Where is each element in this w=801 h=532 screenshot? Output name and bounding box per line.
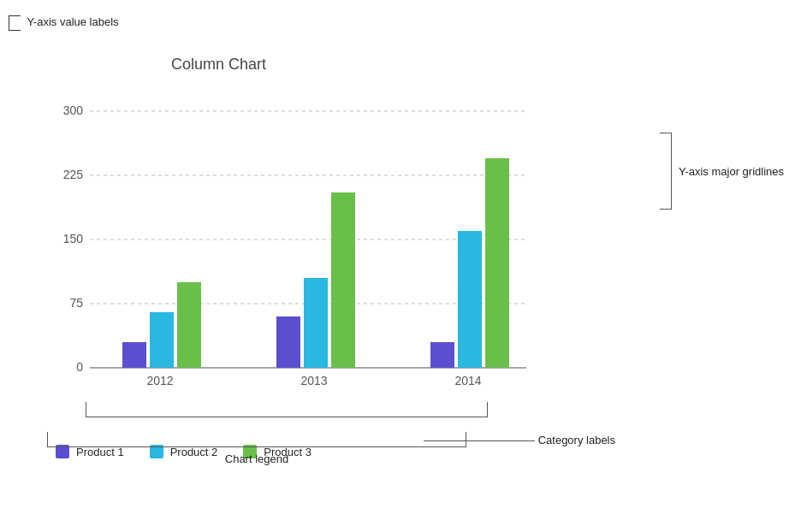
bar-2012-product2	[150, 312, 174, 368]
svg-text:300: 300	[63, 103, 84, 117]
y-axis-gridlines-bracket: Y-axis major gridlines	[660, 133, 784, 210]
svg-text:0: 0	[76, 360, 83, 374]
svg-text:2013: 2013	[300, 374, 327, 387]
bar-2014-product1	[430, 342, 454, 368]
bar-2014-product3	[485, 158, 509, 368]
y-axis-annotation: Y-axis value labels	[9, 15, 119, 31]
y-axis-annotation-label: Y-axis value labels	[27, 15, 118, 28]
y-axis-gridlines-label: Y-axis major gridlines	[679, 165, 784, 178]
legend-bracket-label: Chart legend	[225, 452, 288, 465]
bar-2014-product2	[458, 231, 482, 368]
y-axis-bracket	[9, 15, 21, 31]
chart-svg: 300 225 150 75 0 2012 2013 2014	[47, 77, 552, 428]
bar-2012-product1	[122, 342, 146, 368]
svg-text:225: 225	[63, 168, 84, 181]
legend-bracket: Chart legend	[47, 432, 466, 447]
svg-text:2014: 2014	[454, 374, 481, 387]
svg-text:2012: 2012	[146, 374, 173, 387]
y-axis-gridlines-annotation: Y-axis major gridlines	[660, 133, 784, 210]
y-axis-gridlines-bracket-lines	[660, 133, 672, 210]
bar-2013-product3	[331, 192, 355, 368]
category-labels-label: Category labels	[538, 434, 615, 446]
bar-2013-product2	[304, 278, 328, 368]
bar-2012-product3	[177, 282, 201, 368]
page: Y-axis value labels Column Chart 300 225…	[0, 0, 801, 532]
svg-text:150: 150	[63, 232, 84, 245]
chart-title: Column Chart	[171, 56, 266, 74]
category-labels-bracket: Category labels	[86, 402, 488, 417]
category-labels-annotation: Category labels	[86, 402, 488, 417]
svg-text:75: 75	[69, 296, 83, 310]
bar-2013-product1	[276, 316, 300, 368]
legend-annotation: Chart legend	[47, 432, 466, 447]
